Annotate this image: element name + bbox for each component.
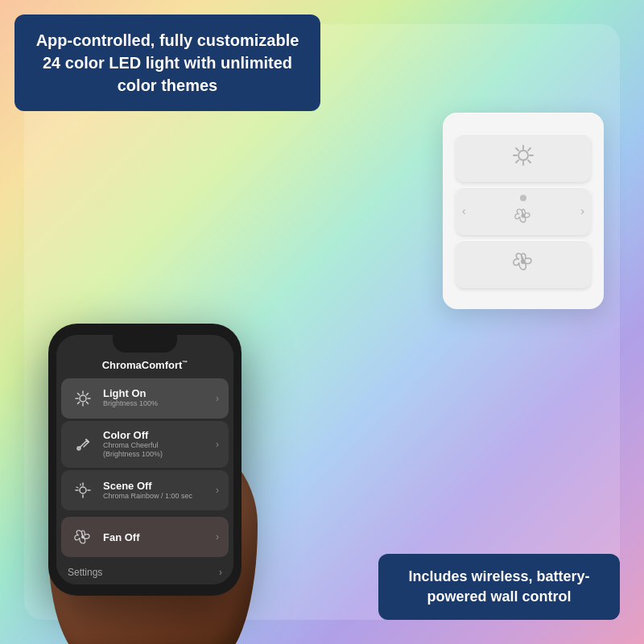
right-arrow-icon: › bbox=[580, 204, 584, 217]
menu-text-color: Color Off Chroma Cheerful(Brightness 100… bbox=[103, 429, 208, 460]
top-banner: App-controlled, fully customizable 24 co… bbox=[14, 14, 320, 111]
settings-label: Settings bbox=[68, 567, 102, 578]
menu-label-scene: Scene Off bbox=[103, 480, 208, 492]
top-banner-text: App-controlled, fully customizable 24 co… bbox=[32, 29, 303, 97]
menu-chevron-fan: › bbox=[216, 531, 219, 543]
fan-control-icon bbox=[512, 204, 535, 227]
settings-bar[interactable]: Settings › bbox=[56, 560, 233, 584]
menu-chevron-scene: › bbox=[216, 485, 219, 496]
menu-text-fan: Fan Off bbox=[103, 531, 208, 543]
app-header: ChromaComfort™ bbox=[56, 353, 233, 376]
menu-chevron-light: › bbox=[216, 393, 219, 404]
svg-point-11 bbox=[80, 487, 86, 493]
menu-sublabel-light: Brightness 100% bbox=[103, 399, 208, 409]
light-icon bbox=[71, 386, 95, 411]
menu-item-color[interactable]: Color Off Chroma Cheerful(Brightness 100… bbox=[61, 421, 229, 468]
svg-line-23 bbox=[528, 160, 530, 163]
menu-sublabel-color: Chroma Cheerful(Brightness 100%) bbox=[103, 441, 208, 460]
svg-line-7 bbox=[86, 393, 88, 394]
phone-screen: ChromaComfort™ bbox=[56, 335, 233, 584]
menu-item-light[interactable]: Light On Brightness 100% › bbox=[61, 378, 229, 419]
menu-text-light: Light On Brightness 100% bbox=[103, 387, 208, 409]
bottom-banner: Includes wireless, battery-powered wall … bbox=[378, 554, 620, 620]
svg-point-17 bbox=[518, 151, 528, 160]
svg-line-5 bbox=[78, 393, 80, 394]
svg-point-0 bbox=[80, 395, 86, 402]
menu-text-scene: Scene Off Chroma Rainbow / 1:00 sec bbox=[103, 480, 208, 502]
app-title: ChromaComfort™ bbox=[66, 359, 224, 371]
phone-wrapper: ChromaComfort™ bbox=[24, 324, 290, 596]
svg-line-22 bbox=[516, 148, 518, 151]
menu-label-fan: Fan Off bbox=[103, 531, 208, 543]
wall-switch-panel: ‹ › bbox=[443, 113, 604, 309]
bottom-banner-text: Includes wireless, battery-powered wall … bbox=[394, 567, 604, 607]
phone-notch bbox=[113, 335, 177, 353]
switch-button-fan-middle[interactable]: ‹ › bbox=[456, 187, 591, 235]
menu-label-color: Color Off bbox=[103, 429, 208, 441]
svg-line-25 bbox=[516, 160, 518, 163]
left-arrow-icon: ‹ bbox=[462, 204, 466, 217]
svg-line-8 bbox=[78, 402, 80, 403]
center-dot bbox=[520, 195, 526, 201]
svg-line-24 bbox=[528, 148, 530, 151]
settings-chevron: › bbox=[219, 567, 222, 578]
menu-sublabel-scene: Chroma Rainbow / 1:00 sec bbox=[103, 492, 208, 502]
svg-point-27 bbox=[521, 259, 526, 264]
fan-icon bbox=[71, 525, 95, 549]
svg-point-16 bbox=[81, 535, 85, 539]
svg-point-26 bbox=[522, 214, 526, 218]
svg-line-6 bbox=[86, 402, 88, 403]
scene-icon bbox=[71, 478, 95, 502]
color-icon bbox=[71, 432, 95, 456]
switch-light-icon bbox=[510, 142, 536, 173]
menu-chevron-color: › bbox=[216, 439, 219, 450]
switch-button-fan-speed[interactable] bbox=[456, 240, 591, 288]
phone-mockup: ChromaComfort™ bbox=[48, 324, 242, 596]
menu-label-light: Light On bbox=[103, 387, 208, 399]
switch-fan-icon bbox=[510, 249, 536, 279]
menu-item-scene[interactable]: Scene Off Chroma Rainbow / 1:00 sec › bbox=[61, 470, 229, 510]
menu-item-fan[interactable]: Fan Off › bbox=[61, 517, 229, 557]
switch-button-light[interactable] bbox=[456, 134, 591, 182]
